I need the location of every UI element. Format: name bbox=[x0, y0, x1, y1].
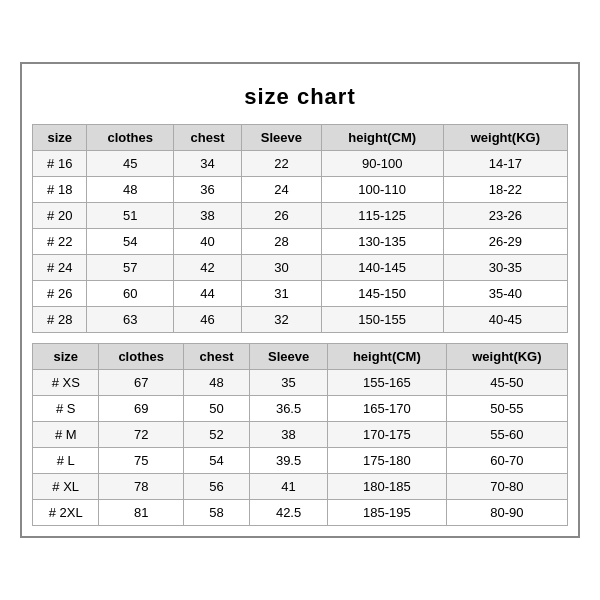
table-cell: # 26 bbox=[33, 281, 87, 307]
table-cell: 36.5 bbox=[250, 396, 328, 422]
size-table-1: sizeclotheschestSleeveheight(CM)weight(K… bbox=[32, 124, 568, 333]
table1-header-row: sizeclotheschestSleeveheight(CM)weight(K… bbox=[33, 125, 568, 151]
table1-header-cell: weight(KG) bbox=[443, 125, 567, 151]
table-cell: 60 bbox=[87, 281, 173, 307]
table-cell: 38 bbox=[173, 203, 241, 229]
table-cell: 115-125 bbox=[321, 203, 443, 229]
table-cell: 35 bbox=[250, 370, 328, 396]
table-cell: 56 bbox=[183, 474, 249, 500]
table-cell: 32 bbox=[242, 307, 322, 333]
table-cell: # L bbox=[33, 448, 99, 474]
table-cell: # S bbox=[33, 396, 99, 422]
table-cell: # 20 bbox=[33, 203, 87, 229]
table-cell: # 16 bbox=[33, 151, 87, 177]
table-cell: 145-150 bbox=[321, 281, 443, 307]
table-row: # L755439.5175-18060-70 bbox=[33, 448, 568, 474]
table-cell: 58 bbox=[183, 500, 249, 526]
table-row: # 18483624100-11018-22 bbox=[33, 177, 568, 203]
table-cell: 130-135 bbox=[321, 229, 443, 255]
table1-header-cell: chest bbox=[173, 125, 241, 151]
table-cell: 22 bbox=[242, 151, 322, 177]
table-cell: 40-45 bbox=[443, 307, 567, 333]
table-cell: 90-100 bbox=[321, 151, 443, 177]
table2-header-row: sizeclotheschestSleeveheight(CM)weight(K… bbox=[33, 344, 568, 370]
table-cell: 30-35 bbox=[443, 255, 567, 281]
table-cell: 81 bbox=[99, 500, 183, 526]
table-row: # M725238170-17555-60 bbox=[33, 422, 568, 448]
size-chart-container: size chart sizeclotheschestSleeveheight(… bbox=[20, 62, 580, 538]
chart-title: size chart bbox=[32, 74, 568, 124]
table-cell: 180-185 bbox=[327, 474, 446, 500]
table-row: # S695036.5165-17050-55 bbox=[33, 396, 568, 422]
table-row: # 28634632150-15540-45 bbox=[33, 307, 568, 333]
table-cell: 23-26 bbox=[443, 203, 567, 229]
table-cell: 50 bbox=[183, 396, 249, 422]
table-cell: 42 bbox=[173, 255, 241, 281]
table-cell: 52 bbox=[183, 422, 249, 448]
table-cell: # 2XL bbox=[33, 500, 99, 526]
table-cell: 140-145 bbox=[321, 255, 443, 281]
table-cell: 35-40 bbox=[443, 281, 567, 307]
table-cell: 45-50 bbox=[446, 370, 567, 396]
table-cell: # 24 bbox=[33, 255, 87, 281]
table2-header-cell: weight(KG) bbox=[446, 344, 567, 370]
table2-header-cell: height(CM) bbox=[327, 344, 446, 370]
table-cell: 75 bbox=[99, 448, 183, 474]
table-row: # 1645342290-10014-17 bbox=[33, 151, 568, 177]
table2-header-cell: Sleeve bbox=[250, 344, 328, 370]
table2-header-cell: chest bbox=[183, 344, 249, 370]
table-row: # 26604431145-15035-40 bbox=[33, 281, 568, 307]
table-row: # XS674835155-16545-50 bbox=[33, 370, 568, 396]
table-cell: 50-55 bbox=[446, 396, 567, 422]
table-row: # 20513826115-12523-26 bbox=[33, 203, 568, 229]
table-cell: # XS bbox=[33, 370, 99, 396]
table-cell: # 22 bbox=[33, 229, 87, 255]
table1-header-cell: height(CM) bbox=[321, 125, 443, 151]
table-cell: 170-175 bbox=[327, 422, 446, 448]
table-cell: # 28 bbox=[33, 307, 87, 333]
table-cell: # 18 bbox=[33, 177, 87, 203]
table-cell: 28 bbox=[242, 229, 322, 255]
table-cell: 70-80 bbox=[446, 474, 567, 500]
table-cell: 26-29 bbox=[443, 229, 567, 255]
table-cell: 69 bbox=[99, 396, 183, 422]
table-cell: 44 bbox=[173, 281, 241, 307]
table-cell: 45 bbox=[87, 151, 173, 177]
table-cell: 54 bbox=[183, 448, 249, 474]
table-cell: 78 bbox=[99, 474, 183, 500]
table-cell: 31 bbox=[242, 281, 322, 307]
table-cell: 165-170 bbox=[327, 396, 446, 422]
table-row: # 24574230140-14530-35 bbox=[33, 255, 568, 281]
table-cell: # XL bbox=[33, 474, 99, 500]
table-cell: 30 bbox=[242, 255, 322, 281]
table1-header-cell: size bbox=[33, 125, 87, 151]
table-cell: 34 bbox=[173, 151, 241, 177]
table-cell: 67 bbox=[99, 370, 183, 396]
table-row: # 2XL815842.5185-19580-90 bbox=[33, 500, 568, 526]
table-row: # XL785641180-18570-80 bbox=[33, 474, 568, 500]
table-cell: 100-110 bbox=[321, 177, 443, 203]
table-cell: 41 bbox=[250, 474, 328, 500]
table-cell: 14-17 bbox=[443, 151, 567, 177]
table-cell: 38 bbox=[250, 422, 328, 448]
table-cell: 24 bbox=[242, 177, 322, 203]
table-row: # 22544028130-13526-29 bbox=[33, 229, 568, 255]
table-cell: 80-90 bbox=[446, 500, 567, 526]
table-cell: 36 bbox=[173, 177, 241, 203]
table-cell: 48 bbox=[87, 177, 173, 203]
table-cell: 18-22 bbox=[443, 177, 567, 203]
table-cell: 48 bbox=[183, 370, 249, 396]
table-cell: # M bbox=[33, 422, 99, 448]
table-cell: 63 bbox=[87, 307, 173, 333]
table-cell: 39.5 bbox=[250, 448, 328, 474]
size-table-2: sizeclotheschestSleeveheight(CM)weight(K… bbox=[32, 343, 568, 526]
table-cell: 26 bbox=[242, 203, 322, 229]
table-cell: 46 bbox=[173, 307, 241, 333]
table-cell: 185-195 bbox=[327, 500, 446, 526]
table1-header-cell: clothes bbox=[87, 125, 173, 151]
table-cell: 57 bbox=[87, 255, 173, 281]
table-cell: 155-165 bbox=[327, 370, 446, 396]
table-cell: 72 bbox=[99, 422, 183, 448]
table-cell: 51 bbox=[87, 203, 173, 229]
table2-header-cell: clothes bbox=[99, 344, 183, 370]
